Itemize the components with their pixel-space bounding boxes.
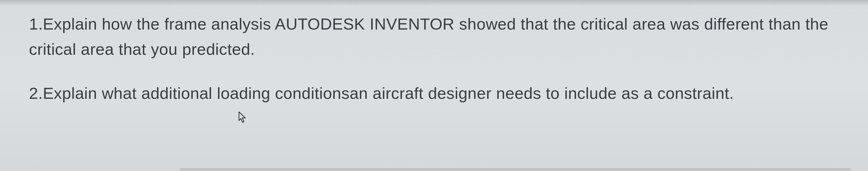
bottom-border-edge: [180, 169, 850, 171]
top-shadow-gradient: [0, 0, 868, 6]
question-1: 1.Explain how the frame analysis AUTODES…: [29, 11, 845, 62]
question-2-text: Explain what additional loading conditio…: [43, 84, 734, 102]
question-1-number: 1.: [29, 15, 43, 33]
question-1-text: Explain how the frame analysis AUTODESK …: [29, 15, 828, 58]
cursor-icon: [238, 105, 247, 118]
question-2-number: 2.: [29, 84, 43, 102]
question-2: 2.Explain what additional loading condit…: [29, 81, 845, 106]
